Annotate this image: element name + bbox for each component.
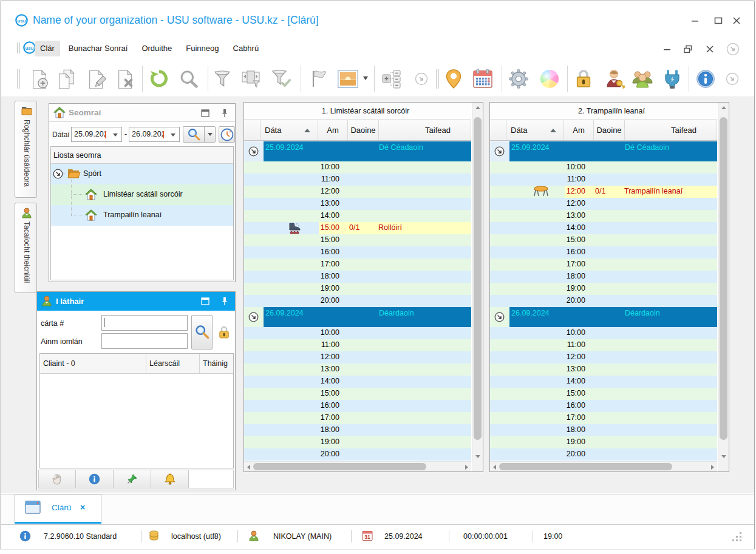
time-row[interactable]: 19:00 xyxy=(244,436,471,448)
toolbar-button-color-wheel[interactable] xyxy=(539,69,560,89)
time-row[interactable]: 11:00 xyxy=(490,174,717,186)
clients-column-header[interactable]: Tháinig xyxy=(200,354,233,373)
group-row[interactable]: 26.09.2024Déardaoin xyxy=(244,307,471,327)
scrollbar-thumb[interactable] xyxy=(720,117,727,440)
vertical-scrollbar[interactable] xyxy=(472,103,483,462)
toolbar-button-search[interactable] xyxy=(178,69,199,89)
time-row[interactable]: 11:00 xyxy=(244,339,471,351)
toolbar-button-filter-panel[interactable] xyxy=(241,69,262,89)
time-row[interactable]: 18:00 xyxy=(490,271,717,283)
time-row[interactable]: 19:00 xyxy=(490,436,717,448)
mdi-minimize-button[interactable] xyxy=(660,43,675,55)
scroll-right-icon[interactable] xyxy=(711,465,714,470)
time-row[interactable]: 14:00 xyxy=(490,376,717,388)
booking-row[interactable]: 15:000/1Rollóirí xyxy=(244,222,471,234)
time-row[interactable]: 14:00 xyxy=(244,210,471,222)
rooms-maximize-icon[interactable] xyxy=(200,108,211,118)
scroll-left-icon[interactable] xyxy=(493,465,496,470)
time-row[interactable]: 16:00 xyxy=(490,246,717,258)
scroll-left-icon[interactable] xyxy=(247,465,250,470)
footer-filter-box[interactable] xyxy=(189,470,234,488)
record-column-header[interactable]: Taifead xyxy=(625,120,717,140)
group-row[interactable]: 25.09.2024Dé Céadaoin xyxy=(490,141,717,161)
collapse-arrow-icon[interactable] xyxy=(248,312,259,322)
time-row[interactable]: 12:00 xyxy=(490,351,717,363)
minimize-button[interactable] xyxy=(687,15,703,27)
dock-tab-taca-ocht-theicni-il[interactable]: Tacaíocht theicniúil xyxy=(15,203,37,293)
rooms-pin-icon[interactable] xyxy=(219,108,230,118)
toolbar-button-edit-record[interactable] xyxy=(85,69,106,89)
tree-row-limist-ar-sc-t-il-sorc-ir[interactable]: Limistéar scátáil sorcóir xyxy=(51,184,233,205)
collapse-arrow-icon[interactable] xyxy=(494,146,505,157)
scrollbar-thumb[interactable] xyxy=(474,117,482,440)
toolbar-button-delete-record[interactable] xyxy=(114,69,135,89)
toolbar-button-flag[interactable] xyxy=(309,69,330,89)
date-to-combobox[interactable]: 26.09.2024 xyxy=(129,127,180,142)
menu-item-bunachar-sonra-[interactable]: Bunachar Sonraí xyxy=(63,41,134,56)
time-row[interactable]: 10:00 xyxy=(244,327,471,339)
booking-row[interactable]: 12:000/1Trampailín leanaí xyxy=(490,186,717,198)
tree-row-trampail-n-leana-[interactable]: Trampailín leanaí xyxy=(51,205,233,226)
toolbar-button-overflow-chevron[interactable] xyxy=(722,69,743,89)
time-row[interactable]: 17:00 xyxy=(490,412,717,424)
maximize-button[interactable] xyxy=(710,15,726,27)
rooms-search-dropdown[interactable] xyxy=(204,126,216,143)
scroll-up-icon[interactable] xyxy=(721,106,726,109)
time-row[interactable]: 13:00 xyxy=(244,363,471,376)
scroll-down-icon[interactable] xyxy=(721,455,726,458)
toolbar-grip[interactable] xyxy=(436,69,439,89)
clients-column-header[interactable]: Léarscáil xyxy=(146,354,200,373)
time-row[interactable]: 10:00 xyxy=(490,161,717,174)
time-row[interactable]: 17:00 xyxy=(244,412,471,424)
time-row[interactable]: 12:00 xyxy=(244,351,471,363)
toolbar-button-filter-check[interactable] xyxy=(271,69,291,89)
toolbar-button-overflow-chevron[interactable] xyxy=(411,69,432,89)
time-row[interactable]: 11:00 xyxy=(490,339,717,351)
time-row[interactable]: 14:00 xyxy=(244,376,471,388)
record-column-header[interactable]: Taifead xyxy=(379,120,471,140)
collapse-arrow-icon[interactable] xyxy=(248,146,259,157)
toolbar-button-settings-gear[interactable] xyxy=(508,69,529,89)
menubar-overflow-chevron-icon[interactable] xyxy=(726,43,740,55)
toolbar-button-tree-expand[interactable] xyxy=(381,69,401,89)
toolbar-button-picture[interactable] xyxy=(338,69,358,89)
time-row[interactable]: 20:00 xyxy=(244,295,471,307)
toolbar-button-info[interactable] xyxy=(695,69,716,89)
resize-grip[interactable] xyxy=(731,531,743,543)
toolbar-button-lock[interactable] xyxy=(573,69,594,89)
footer-button-pushpin[interactable] xyxy=(114,470,151,488)
time-row[interactable]: 19:00 xyxy=(490,283,717,295)
time-row[interactable]: 19:00 xyxy=(244,283,471,295)
toolbar-button-user-key[interactable] xyxy=(605,69,625,89)
time-row[interactable]: 12:00 xyxy=(490,198,717,210)
rooms-clock-button[interactable] xyxy=(219,126,235,143)
time-row[interactable]: 10:00 xyxy=(244,161,471,174)
scrollbar-thumb[interactable] xyxy=(253,463,426,470)
time-row[interactable]: 15:00 xyxy=(244,388,471,400)
footer-button-bell[interactable] xyxy=(151,470,189,488)
collapse-arrow-icon[interactable] xyxy=(53,169,63,179)
scrollbar-thumb[interactable] xyxy=(499,463,672,470)
time-row[interactable]: 18:00 xyxy=(244,271,471,283)
time-row[interactable]: 16:00 xyxy=(244,246,471,258)
time-row[interactable]: 17:00 xyxy=(490,258,717,271)
toolbar-button-refresh[interactable] xyxy=(149,69,169,89)
time-column-header[interactable]: Am xyxy=(564,120,594,140)
tree-row-sp-rt[interactable]: Spórt xyxy=(51,164,233,184)
tab-close-icon[interactable]: × xyxy=(80,502,85,512)
footer-button-info[interactable] xyxy=(76,470,114,488)
footer-button-hand[interactable] xyxy=(38,470,76,488)
time-row[interactable]: 17:00 xyxy=(244,258,471,271)
group-row[interactable]: 25.09.2024Dé Céadaoin xyxy=(244,141,471,161)
time-row[interactable]: 14:00 xyxy=(490,222,717,234)
clients-column-header[interactable]: Cliaint - 0 xyxy=(40,354,146,373)
time-row[interactable]: 20:00 xyxy=(490,295,717,307)
toolbar-button-calendar[interactable] xyxy=(472,69,493,89)
scroll-right-icon[interactable] xyxy=(465,465,468,470)
present-maximize-icon[interactable] xyxy=(200,296,211,306)
toolbar-button-copy-record[interactable] xyxy=(56,69,77,89)
toolbar-grip[interactable] xyxy=(17,69,20,89)
time-row[interactable]: 10:00 xyxy=(490,327,717,339)
present-search-button[interactable] xyxy=(191,315,213,350)
people-column-header[interactable]: Daoine xyxy=(348,120,379,140)
